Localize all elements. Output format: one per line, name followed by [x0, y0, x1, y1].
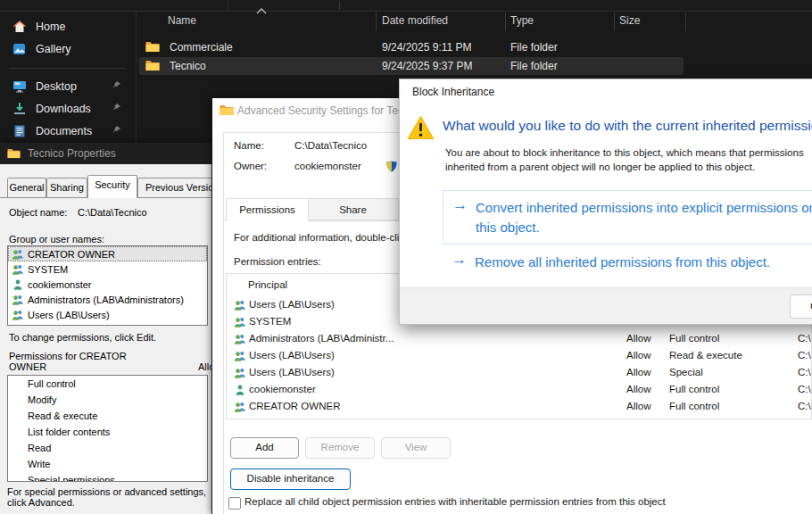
permission-item[interactable]: Write — [8, 456, 207, 472]
pin-icon — [112, 125, 121, 137]
permissions-for-label-line1: Permissions for CREATOR — [9, 351, 127, 361]
sidebar-item-documents[interactable]: Documents — [0, 121, 136, 141]
block-dialog-body-line1: You are about to block inheritance to th… — [445, 147, 804, 158]
table-row[interactable]: Users (LAB\Users) Allow Read & execute C… — [227, 347, 811, 364]
permission-item[interactable]: Read — [8, 440, 207, 456]
pin-icon — [112, 80, 121, 93]
cell-type: Allow — [626, 401, 650, 411]
permission-label: List folder contents — [28, 427, 110, 437]
remove-permissions-option[interactable]: → Remove all inherited permissions from … — [443, 247, 812, 269]
sidebar-item-label: Home — [36, 21, 65, 33]
group-icon — [12, 263, 24, 276]
list-item[interactable]: Administrators (LAB\Administrators) — [8, 292, 207, 307]
principal-name: Users (LAB\Users) — [28, 310, 110, 320]
allow-column-header: Allow — [198, 361, 211, 372]
tab-permissions[interactable]: Permissions — [226, 198, 309, 221]
column-divider[interactable] — [685, 12, 686, 31]
block-dialog-title: Block Inheritance — [412, 86, 494, 98]
properties-titlebar[interactable]: Tecnico Properties — [0, 143, 211, 164]
cell-principal: CREATOR OWNER — [249, 401, 340, 411]
list-item[interactable]: SYSTEM — [8, 261, 207, 277]
column-sort-indicator[interactable] — [256, 2, 267, 18]
view-button[interactable]: View — [381, 437, 451, 459]
sidebar-item-desktop[interactable]: Desktop — [0, 77, 136, 96]
tab-previous-versions[interactable]: Previous Versions — [137, 178, 211, 197]
cell-inherited-from: C:\ — [798, 350, 811, 361]
table-row[interactable]: Users (LAB\Users) Allow Special C:\ This… — [227, 364, 811, 381]
option-text-line1: Remove all inherited permissions from th… — [475, 253, 770, 271]
advanced-window-title: Advanced Security Settings for Tecnico — [237, 104, 423, 117]
tab-sharing[interactable]: Sharing — [46, 178, 87, 197]
cell-principal: Users (LAB\Users) — [249, 350, 335, 361]
cell-type: Allow — [626, 384, 650, 394]
column-header-name[interactable]: Name — [168, 14, 196, 27]
sidebar-item-home[interactable]: Home — [0, 17, 136, 37]
permission-item[interactable]: Special permissions — [8, 472, 207, 482]
column-divider[interactable] — [614, 12, 615, 31]
file-name: Tecnico — [170, 60, 206, 72]
column-header-date-modified[interactable]: Date modified — [382, 14, 448, 27]
file-row-tecnico-selected[interactable]: Tecnico 9/24/2025 9:37 PM File folder — [139, 57, 684, 75]
table-header-principal[interactable]: Principal — [248, 279, 287, 290]
option-text-line2: this object. — [476, 218, 540, 236]
principal-name: Administrators (LAB\Administrators) — [28, 294, 184, 305]
cell-principal: SYSTEM — [249, 316, 291, 327]
groups-label: Group or user names: — [9, 234, 104, 245]
folder-icon — [145, 59, 160, 75]
list-item[interactable]: cookiemonster — [8, 277, 207, 292]
cell-access: Full control — [669, 401, 719, 411]
list-item[interactable]: CREATOR OWNER — [8, 246, 207, 261]
tab-general[interactable]: General — [7, 178, 46, 197]
uac-shield-icon — [385, 160, 398, 175]
remove-button[interactable]: Remove — [305, 437, 375, 459]
disable-inheritance-button[interactable]: Disable inheritance — [230, 468, 351, 490]
permission-item[interactable]: Full control — [8, 376, 207, 392]
cancel-button[interactable]: Cancel — [790, 294, 812, 319]
cell-access: Full control — [669, 384, 719, 394]
cell-type: Allow — [626, 350, 650, 361]
home-icon — [12, 20, 27, 34]
object-name-label: Object name: — [9, 207, 67, 218]
group-icon — [234, 350, 246, 364]
list-item[interactable]: Users (LAB\Users) — [8, 307, 207, 322]
folder-icon — [7, 148, 21, 159]
column-divider[interactable] — [376, 12, 377, 31]
cell-principal: Users (LAB\Users) — [249, 367, 335, 377]
permissions-list[interactable]: Full control Modify Read & execute List … — [7, 375, 208, 482]
column-header-size[interactable]: Size — [619, 14, 640, 27]
table-row[interactable]: CREATOR OWNER Allow Full control C:\ Sub… — [227, 398, 811, 415]
group-icon — [234, 299, 246, 313]
column-header-type[interactable]: Type — [510, 14, 534, 27]
permission-item[interactable]: Modify — [8, 392, 207, 408]
permission-item[interactable]: List folder contents — [8, 424, 207, 440]
cell-type: Allow — [626, 367, 650, 377]
sidebar-item-downloads[interactable]: Downloads — [0, 99, 136, 119]
cell-access: Special — [669, 367, 703, 377]
permission-item[interactable]: Read & execute — [8, 408, 207, 424]
cell-principal: cookiemonster — [249, 384, 316, 394]
sidebar-item-gallery[interactable]: Gallery — [0, 39, 136, 59]
principal-name: CREATOR OWNER — [28, 249, 115, 260]
cell-principal: Administrators (LAB\Administr... — [249, 333, 394, 344]
group-icon — [234, 401, 246, 415]
add-button[interactable]: Add — [230, 437, 299, 459]
permission-label: Write — [28, 459, 50, 469]
replace-permissions-checkbox[interactable] — [228, 497, 241, 510]
cell-principal: Users (LAB\Users) — [249, 299, 335, 310]
table-row[interactable]: Administrators (LAB\Administr... Allow F… — [227, 330, 811, 347]
toolbar-divider — [228, 1, 228, 10]
owner-value: cookiemonster — [294, 161, 361, 171]
cell-type: Allow — [626, 333, 650, 344]
group-user-list[interactable]: CREATOR OWNER SYSTEM cookiemonster Admin… — [7, 245, 208, 326]
tab-security[interactable]: Security — [87, 175, 137, 198]
cell-inherited-from: C:\ — [798, 367, 811, 377]
table-row[interactable]: cookiemonster Allow Full control C:\ Thi… — [227, 381, 811, 398]
file-row-commerciale[interactable]: Commerciale 9/24/2025 9:11 PM File folde… — [139, 38, 684, 56]
option-text-line1: Convert inherited permissions into expli… — [476, 198, 812, 217]
column-divider[interactable] — [505, 12, 506, 31]
convert-permissions-option[interactable]: → Convert inherited permissions into exp… — [443, 190, 812, 245]
tab-share[interactable]: Share — [307, 198, 399, 221]
file-type: File folder — [510, 41, 558, 54]
sidebar-item-label: Desktop — [36, 80, 77, 93]
group-icon — [12, 248, 24, 261]
